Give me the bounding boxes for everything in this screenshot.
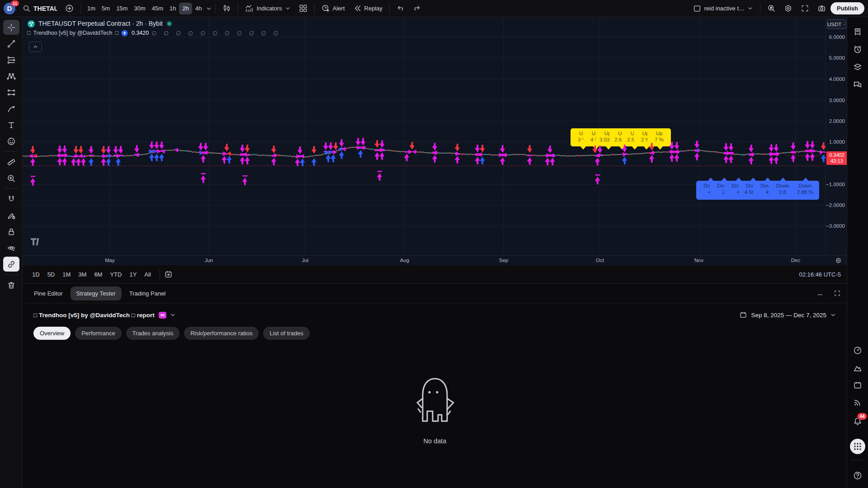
crosshair-tool[interactable] [3,20,19,35]
timeframe-row: 1m5m15m30m45m1h2h4h [84,3,205,14]
lock-all-tool[interactable] [3,224,19,239]
symbol-search-button[interactable]: THETAUS [19,2,61,15]
range-3m[interactable]: 3M [75,269,90,280]
link-tool[interactable] [3,257,19,272]
timeframe-chevron-down-icon[interactable] [206,5,212,12]
range-6m[interactable]: 6M [91,269,105,280]
alerts-button[interactable] [853,45,863,54]
user-avatar[interactable]: D 11 [4,3,15,14]
subtab-risk-performance-ratios[interactable]: Risk/performance ratios [184,327,259,340]
timeframe-1h[interactable]: 1h [166,3,179,14]
tab-pine-editor[interactable]: Pine Editor [28,286,69,300]
fib-retracement-tool[interactable] [3,52,19,67]
indicator-title[interactable]: Trendhoo [v5] by @DaviddTech [33,29,113,38]
panel-tabs: Pine EditorStrategy TesterTrading Panel [23,284,847,303]
range-1d[interactable]: 1D [29,269,43,280]
apps-button[interactable] [850,439,865,454]
deep-backtesting-icon[interactable] [159,312,166,319]
magnet-tool[interactable] [3,192,19,206]
redo-button[interactable] [409,2,425,15]
clock-timezone[interactable]: 02:16:46 UTC-5 [799,271,841,278]
timeframe-30m[interactable]: 30m [131,3,148,14]
subtab-list-of-trades[interactable]: List of trades [263,327,309,340]
report-header: □ Trendhoo [v5] by @DaviddTech □ report … [23,303,847,319]
trend-line-tool[interactable] [3,36,19,51]
quick-search-button[interactable] [764,2,779,15]
minimize-panel-icon[interactable] [816,290,824,297]
chart-style-button[interactable] [219,2,235,15]
indicators-button[interactable]: Indicators [241,2,294,15]
indicators-chevron-down-icon [285,5,291,11]
replay-button[interactable]: Replay [349,2,386,15]
subtab-performance[interactable]: Performance [75,327,121,340]
gear-icon [784,4,793,13]
legend-collapse-button[interactable] [29,42,42,52]
range-1m[interactable]: 1M [59,269,74,280]
brush-tool[interactable] [3,101,19,116]
ideas-button[interactable] [853,363,863,373]
timeframe-1m[interactable]: 1m [84,3,99,14]
compare-add-symbol-button[interactable] [61,2,77,15]
price-tick: 2.0000 [829,118,845,124]
timeframe-45m[interactable]: 45m [149,3,166,14]
calendar-button[interactable] [853,380,863,390]
layout-select-button[interactable]: reid inactive t… [689,2,757,15]
watchlist-button[interactable] [853,27,863,37]
screenshot-button[interactable] [814,2,830,15]
subtab-trades-analysis[interactable]: Trades analysis [126,327,180,340]
goto-date-button[interactable] [164,270,173,279]
alert-button[interactable]: Alert [318,2,349,15]
range-ytd[interactable]: YTD [107,269,125,280]
tab-strategy-tester[interactable]: Strategy Tester [71,286,122,300]
report-chevron-down-icon[interactable] [170,312,176,318]
news-button[interactable] [853,398,863,407]
toolbar-divider [215,4,216,14]
help-button[interactable] [853,471,863,480]
tab-trading-panel[interactable]: Trading Panel [123,286,171,300]
drawing-lock-tool[interactable] [3,208,19,223]
price-axis[interactable]: USDT 6.00005.00004.00003.00002.00001.000… [826,17,847,255]
maximize-panel-icon[interactable] [834,290,841,297]
settings-button[interactable] [780,2,796,15]
timeframe-4h[interactable]: 4h [192,3,205,14]
publish-button[interactable]: Publish [830,2,864,14]
indicators-icon [245,4,254,13]
emoji-tool[interactable] [3,134,19,149]
time-axis-settings[interactable] [835,257,842,264]
market-status-icon[interactable] [166,20,173,27]
timeframe-5m[interactable]: 5m [99,3,113,14]
range-1y[interactable]: 1Y [126,269,140,280]
range-5d[interactable]: 5D [44,269,58,280]
tradingview-watermark[interactable] [31,238,42,245]
indicator-menu-placeholder[interactable]: □ [115,29,118,38]
undo-button[interactable] [393,2,408,15]
subtab-overview[interactable]: Overview [33,327,71,340]
timeframe-2h[interactable]: 2h [179,3,192,14]
chat-button[interactable] [853,80,863,89]
indicator-eye-placeholder[interactable]: □ [27,29,31,38]
currency-unit-button[interactable]: USDT [827,19,846,29]
forecast-tool[interactable] [3,85,19,100]
notifications-button[interactable]: 44 [853,417,863,426]
currency-label: USDT [827,22,841,27]
range-all[interactable]: All [141,269,154,280]
fullscreen-button[interactable] [797,2,813,15]
indicator-templates-button[interactable] [295,2,311,15]
zoom-in-tool[interactable] [3,171,19,186]
ruler-tool[interactable] [3,155,19,169]
goto-date-icon [164,270,173,279]
symbol-title[interactable]: THETAUSDT Perpetual Contract · 2h · Bybi… [38,19,163,28]
object-tree-button[interactable] [853,62,863,72]
timeframe-15m[interactable]: 15m [113,3,131,14]
hide-all-tool[interactable] [3,240,19,255]
trash-tool[interactable] [3,277,19,292]
text-tool[interactable] [3,117,19,132]
chart-area[interactable]: Up3 %Up4 %Up3.03 %Up2.6 %Up2.5 %Up2 %Up7… [23,17,847,265]
xabcd-pattern-tool[interactable] [3,69,19,84]
drawing-toolbar [0,17,23,488]
forecast-icon [7,88,16,97]
chart-legend: THETAUSDT Perpetual Contract · 2h · Bybi… [27,19,281,38]
report-date-range[interactable]: Sep 8, 2025 — Dec 7, 2025 [739,311,836,319]
hotlists-button[interactable] [853,346,863,355]
time-axis[interactable]: MayJunJulAugSepOctNovDec [23,255,847,265]
